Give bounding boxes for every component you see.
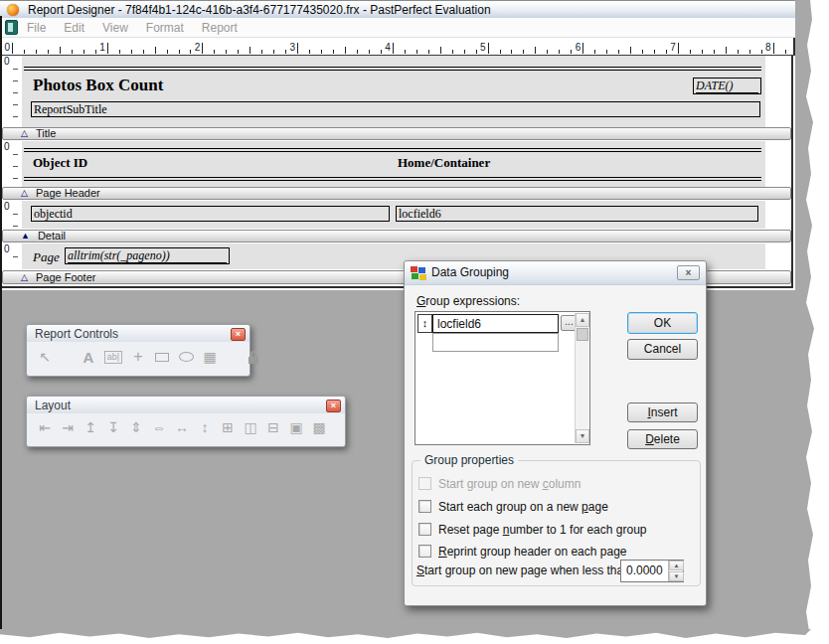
ruler-tick bbox=[630, 47, 631, 54]
report-controls-body: ↖Aab|+▦ bbox=[27, 342, 249, 372]
send-to-back-icon[interactable]: ▩ bbox=[311, 417, 327, 437]
menu-item-view[interactable]: View bbox=[93, 19, 137, 37]
ruler-tick bbox=[618, 50, 619, 54]
center-vertically-icon[interactable]: ⊟ bbox=[265, 417, 281, 437]
bring-to-front-icon[interactable]: ▣ bbox=[288, 417, 304, 437]
detail-band-bar[interactable]: ▲ Detail bbox=[2, 230, 791, 242]
spinner-buttons: ▲ ▼ bbox=[668, 561, 683, 581]
menu-item-format[interactable]: Format bbox=[137, 19, 193, 37]
menu-item-report[interactable]: Report bbox=[193, 19, 247, 37]
rectangle-tool-icon[interactable] bbox=[154, 347, 170, 367]
dialog-close-button[interactable]: × bbox=[677, 265, 700, 280]
dialog-titlebar[interactable]: Data Grouping × bbox=[405, 261, 706, 285]
align-top-edges-icon[interactable]: ↥ bbox=[83, 417, 98, 437]
delete-button[interactable]: Delete bbox=[627, 429, 698, 449]
spin-up-button[interactable]: ▲ bbox=[669, 561, 684, 570]
checkbox-3[interactable] bbox=[418, 523, 431, 536]
ruler-tick bbox=[131, 50, 132, 54]
layout-title[interactable]: Layout bbox=[27, 397, 345, 413]
list-scrollbar[interactable]: ▲ ▼ bbox=[575, 313, 588, 443]
ruler-tick bbox=[488, 43, 489, 54]
vruler-zero-label: 0 bbox=[4, 243, 10, 254]
insert-button[interactable]: Insert bbox=[627, 402, 698, 422]
line-tool-icon[interactable]: + bbox=[130, 347, 146, 367]
ruler-tick bbox=[238, 50, 239, 54]
date-field-object[interactable]: DATE() bbox=[693, 78, 761, 94]
ruler-tick bbox=[297, 43, 298, 54]
same-height-icon[interactable]: ↕ bbox=[197, 417, 213, 437]
cancel-button[interactable]: Cancel bbox=[627, 339, 698, 360]
center-horizontally-icon[interactable]: ◫ bbox=[243, 417, 258, 437]
scroll-up-button[interactable]: ▲ bbox=[576, 313, 589, 327]
select-pointer-tool-icon[interactable]: ↖ bbox=[37, 347, 53, 367]
group-properties-label: Group properties bbox=[420, 453, 518, 467]
threshold-spinner[interactable]: 0.0000 ▲ ▼ bbox=[620, 560, 684, 582]
menu-item-file[interactable]: File bbox=[18, 19, 55, 37]
ruler-number: 1 bbox=[94, 42, 105, 53]
page-label-object[interactable]: Page bbox=[33, 249, 60, 265]
scroll-down-button[interactable]: ▼ bbox=[576, 429, 589, 443]
horizontal-ruler: 012345678 bbox=[2, 38, 795, 56]
ruler-tick bbox=[500, 50, 501, 54]
ruler-tick bbox=[249, 47, 250, 54]
vruler-zero-label: 0 bbox=[4, 56, 10, 67]
ruler-tick bbox=[773, 43, 774, 54]
column-header-home-container[interactable]: Home/Container bbox=[398, 155, 490, 171]
checkbox-4[interactable] bbox=[418, 545, 431, 558]
checkbox-row: Reprint group header on each page bbox=[418, 544, 626, 559]
group-expressions-label: Group expressions: bbox=[416, 294, 520, 308]
report-double-line-object[interactable] bbox=[24, 67, 761, 71]
pageno-field-object[interactable]: alltrim(str(_pageno)) bbox=[65, 247, 230, 264]
title-band-bar[interactable]: △ Title bbox=[2, 127, 791, 140]
objectid-field-object[interactable]: objectid bbox=[31, 206, 390, 222]
same-size-icon[interactable]: ⊞ bbox=[220, 417, 236, 437]
ruler-tick bbox=[309, 50, 310, 54]
align-left-edges-icon[interactable]: ⇤ bbox=[37, 417, 53, 437]
vertical-ruler-page-header: 0 bbox=[2, 141, 19, 187]
ruler-tick bbox=[738, 50, 739, 54]
scroll-thumb[interactable] bbox=[577, 328, 588, 341]
button-lock-tool-icon[interactable] bbox=[246, 347, 261, 367]
page-footer-band-label: Page Footer bbox=[36, 272, 96, 283]
vruler-zero-label: 0 bbox=[4, 201, 10, 212]
ruler-tick bbox=[464, 50, 465, 54]
ruler-tick bbox=[654, 50, 655, 54]
page-header-band-bar[interactable]: △ Page Header bbox=[2, 187, 791, 200]
ruler-tick bbox=[428, 50, 429, 54]
threshold-value[interactable]: 0.0000 bbox=[626, 564, 663, 577]
report-book-icon[interactable] bbox=[5, 20, 18, 35]
ruler-tick bbox=[606, 50, 607, 54]
window-titlebar[interactable]: Report Designer - 7f84f4b1-124c-416b-a3f… bbox=[0, 0, 795, 18]
report-title-label-object[interactable]: Photos Box Count bbox=[33, 76, 163, 95]
label-tool-icon[interactable]: A bbox=[81, 347, 96, 367]
checkbox-row: Reset page number to 1 for each group bbox=[418, 522, 647, 537]
empty-expression-row[interactable] bbox=[432, 333, 559, 352]
spin-down-button[interactable]: ▼ bbox=[669, 571, 684, 581]
align-vertical-centers-icon[interactable]: ⇕ bbox=[128, 417, 144, 437]
report-subtitle-field-object[interactable]: ReportSubTitle bbox=[31, 101, 760, 117]
group-expression-value[interactable]: locfield6 bbox=[432, 314, 559, 333]
ruler-tick bbox=[155, 47, 156, 54]
detail-band-area: objectid locfield6 bbox=[22, 201, 765, 229]
report-controls-close-button[interactable]: × bbox=[231, 328, 246, 341]
checkbox-2[interactable] bbox=[418, 500, 431, 513]
same-width-icon[interactable]: ↔ bbox=[174, 417, 190, 437]
align-right-edges-icon[interactable]: ⇥ bbox=[60, 417, 76, 437]
align-horizontal-centers-icon[interactable]: ⇔ bbox=[151, 417, 167, 437]
picture-ole-tool-icon[interactable]: ▦ bbox=[202, 347, 218, 367]
report-controls-title[interactable]: Report Controls bbox=[27, 325, 249, 342]
report-design-surface: 0 0 0 0 Photos Box Count ReportSubTitle … bbox=[2, 56, 793, 288]
ruler-tick bbox=[416, 50, 417, 54]
align-bottom-edges-icon[interactable]: ↧ bbox=[105, 417, 121, 437]
field-tool-icon[interactable]: ab| bbox=[104, 351, 122, 364]
report-double-line-object[interactable] bbox=[24, 177, 761, 181]
layout-close-button[interactable]: × bbox=[326, 400, 341, 412]
expression-mover-button[interactable]: ↕ bbox=[417, 314, 432, 333]
ok-button[interactable]: OK bbox=[627, 312, 698, 334]
menu-item-edit[interactable]: Edit bbox=[55, 19, 93, 37]
rounded-rectangle-tool-icon[interactable] bbox=[178, 347, 194, 367]
locfield6-field-object[interactable]: locfield6 bbox=[396, 206, 758, 222]
column-header-objectid[interactable]: Object ID bbox=[33, 155, 87, 171]
checkbox-row: Start group on new column bbox=[418, 476, 580, 491]
report-double-line-object[interactable] bbox=[24, 148, 761, 152]
